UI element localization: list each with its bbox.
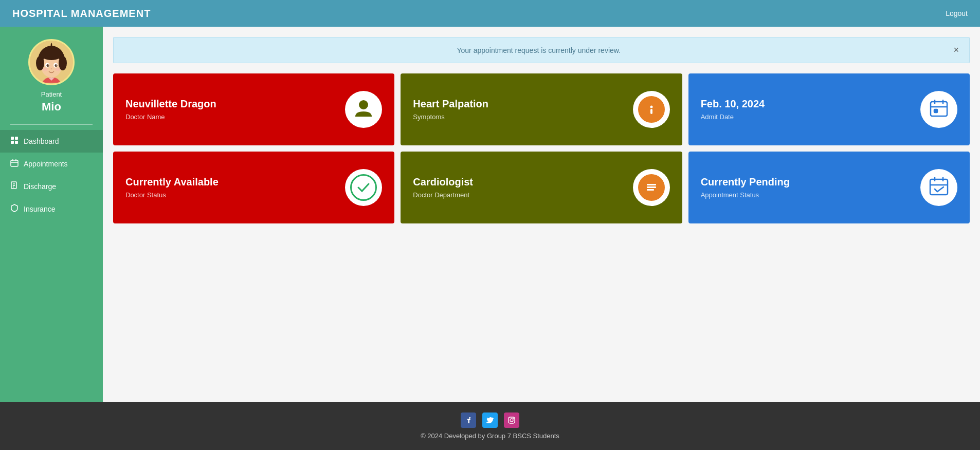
card-symptoms-info: Heart Palpation Symptoms bbox=[413, 98, 488, 121]
sidebar: Patient Mio Dashboard bbox=[0, 27, 103, 402]
svg-point-10 bbox=[48, 65, 49, 66]
svg-point-27 bbox=[359, 100, 368, 109]
doctor-name-value: Neuvillette Dragon bbox=[125, 98, 216, 110]
card-doctor-department-info: Cardiologist Doctor Department bbox=[413, 176, 473, 199]
card-doctor-status-info: Currently Available Doctor Status bbox=[125, 176, 219, 199]
appointment-status-label: Appointment Status bbox=[701, 191, 790, 199]
app-container: HOSPITAL MANAGEMENT Logout bbox=[0, 0, 980, 450]
svg-point-8 bbox=[47, 64, 49, 67]
svg-point-44 bbox=[513, 418, 514, 419]
svg-point-3 bbox=[36, 56, 44, 70]
sidebar-item-appointments[interactable]: Appointments bbox=[0, 153, 103, 175]
main-content: Your appointment request is currently un… bbox=[103, 27, 980, 402]
body-row: Patient Mio Dashboard bbox=[0, 27, 980, 402]
card-appointment-status: Currently Pending Appointment Status bbox=[688, 152, 970, 223]
alert-close-button[interactable]: × bbox=[953, 45, 959, 55]
svg-rect-16 bbox=[15, 137, 18, 140]
svg-point-12 bbox=[51, 68, 52, 69]
doctor-department-value: Cardiologist bbox=[413, 176, 473, 188]
alert-banner: Your appointment request is currently un… bbox=[113, 37, 970, 63]
svg-point-9 bbox=[55, 64, 58, 67]
admit-date-value: Feb. 10, 2024 bbox=[701, 98, 765, 110]
avatar-image bbox=[30, 41, 73, 84]
card-admit-date-info: Feb. 10, 2024 Admit Date bbox=[701, 98, 765, 121]
top-header: HOSPITAL MANAGEMENT Logout bbox=[0, 0, 980, 27]
grid-icon bbox=[10, 136, 19, 146]
discharge-label: Discharge bbox=[24, 182, 56, 191]
svg-point-4 bbox=[59, 56, 67, 70]
svg-rect-15 bbox=[11, 137, 14, 140]
svg-point-28 bbox=[650, 106, 652, 108]
admit-date-label: Admit Date bbox=[701, 113, 765, 121]
twitter-icon[interactable] bbox=[482, 413, 498, 428]
doctor-name-icon-circle bbox=[345, 91, 382, 128]
logout-button[interactable]: Logout bbox=[946, 9, 968, 17]
sidebar-item-insurance[interactable]: Insurance bbox=[0, 198, 103, 220]
copyright-text: © 2024 Developed by Group 7 BSCS Student… bbox=[10, 432, 970, 440]
symptoms-value: Heart Palpation bbox=[413, 98, 488, 110]
svg-point-5 bbox=[40, 48, 63, 60]
appointments-label: Appointments bbox=[24, 160, 68, 168]
svg-rect-36 bbox=[647, 186, 656, 188]
svg-point-43 bbox=[510, 419, 513, 422]
sidebar-divider bbox=[10, 124, 93, 125]
insurance-label: Insurance bbox=[24, 205, 55, 213]
svg-rect-38 bbox=[930, 179, 948, 195]
card-doctor-name: Neuvillette Dragon Doctor Name bbox=[113, 73, 394, 145]
instagram-icon[interactable] bbox=[504, 413, 519, 428]
doctor-status-label: Doctor Status bbox=[125, 191, 219, 199]
footer: © 2024 Developed by Group 7 BSCS Student… bbox=[0, 402, 980, 450]
check-icon bbox=[350, 174, 377, 201]
calendar-card-icon bbox=[929, 98, 949, 121]
symptoms-label: Symptoms bbox=[413, 113, 488, 121]
appointment-status-value: Currently Pending bbox=[701, 176, 790, 188]
person-icon bbox=[353, 98, 374, 121]
document-icon bbox=[10, 181, 19, 192]
info-icon bbox=[638, 96, 665, 123]
cards-grid: Neuvillette Dragon Doctor Name bbox=[103, 68, 980, 234]
svg-point-14 bbox=[55, 68, 60, 71]
list-icon bbox=[638, 174, 665, 201]
svg-rect-18 bbox=[15, 141, 18, 144]
calendar-check-icon bbox=[928, 176, 950, 199]
shield-icon bbox=[10, 204, 19, 214]
dashboard-label: Dashboard bbox=[24, 137, 59, 145]
avatar bbox=[28, 39, 75, 85]
sidebar-item-dashboard[interactable]: Dashboard bbox=[0, 130, 103, 153]
sidebar-nav: Dashboard Appointments bbox=[0, 130, 103, 220]
doctor-status-icon-circle bbox=[345, 169, 382, 206]
app-title: HOSPITAL MANAGEMENT bbox=[12, 8, 151, 20]
svg-rect-19 bbox=[11, 160, 18, 166]
card-doctor-department: Cardiologist Doctor Department bbox=[401, 152, 682, 223]
social-icons bbox=[10, 413, 970, 428]
alert-message: Your appointment request is currently un… bbox=[124, 46, 953, 54]
sidebar-item-discharge[interactable]: Discharge bbox=[0, 175, 103, 198]
svg-point-11 bbox=[56, 65, 57, 66]
facebook-icon[interactable] bbox=[461, 413, 476, 428]
svg-rect-35 bbox=[647, 184, 656, 185]
svg-rect-34 bbox=[934, 109, 937, 113]
user-role: Patient bbox=[41, 90, 62, 98]
doctor-department-icon-circle bbox=[633, 169, 670, 206]
card-doctor-name-info: Neuvillette Dragon Doctor Name bbox=[125, 98, 216, 121]
appointment-status-icon-circle bbox=[920, 169, 957, 206]
svg-rect-29 bbox=[650, 109, 652, 114]
doctor-name-label: Doctor Name bbox=[125, 113, 216, 121]
calendar-icon bbox=[10, 159, 19, 169]
symptoms-icon-circle bbox=[633, 91, 670, 128]
admit-date-icon-circle bbox=[920, 91, 957, 128]
doctor-status-value: Currently Available bbox=[125, 176, 219, 188]
card-doctor-status: Currently Available Doctor Status bbox=[113, 152, 394, 223]
svg-rect-17 bbox=[11, 141, 14, 144]
user-name: Mio bbox=[42, 100, 61, 114]
doctor-department-label: Doctor Department bbox=[413, 191, 473, 199]
svg-point-13 bbox=[43, 68, 48, 71]
card-appointment-status-info: Currently Pending Appointment Status bbox=[701, 176, 790, 199]
svg-rect-30 bbox=[931, 102, 947, 116]
card-admit-date: Feb. 10, 2024 Admit Date bbox=[688, 73, 970, 145]
svg-rect-37 bbox=[647, 189, 654, 191]
card-symptoms: Heart Palpation Symptoms bbox=[401, 73, 682, 145]
svg-rect-42 bbox=[509, 417, 515, 423]
